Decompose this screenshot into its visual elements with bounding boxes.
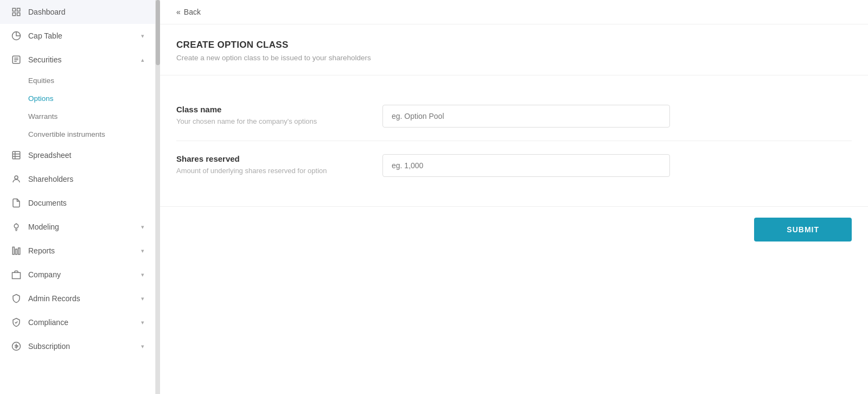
sidebar-item-cap-table[interactable]: Cap Table ▾ (0, 24, 155, 48)
sidebar-label-modeling: Modeling (28, 223, 59, 231)
shield-icon (11, 293, 22, 304)
svg-rect-10 (18, 248, 20, 255)
chevron-down-icon: ▾ (141, 343, 144, 350)
form-title: CREATE OPTION CLASS (176, 40, 852, 50)
scrollbar[interactable] (156, 0, 160, 394)
shares-reserved-row: Shares reserved Amount of underlying sha… (176, 141, 852, 190)
submit-button[interactable]: SUBMIT (754, 218, 852, 242)
svg-rect-5 (12, 151, 20, 159)
chevron-down-icon: ▾ (141, 319, 144, 326)
back-label: Back (184, 8, 201, 16)
class-name-label-group: Class name Your chosen name for the comp… (176, 105, 361, 125)
main-content: « Back CREATE OPTION CLASS Create a new … (160, 0, 868, 394)
bar-chart-icon (11, 245, 22, 256)
svg-rect-9 (16, 249, 17, 255)
sidebar-label-shareholders: Shareholders (28, 175, 73, 183)
sidebar-label-cap-table: Cap Table (28, 31, 62, 40)
sidebar-item-reports[interactable]: Reports ▾ (0, 239, 155, 263)
sidebar-label-dashboard: Dashboard (28, 8, 66, 16)
chevron-down-icon: ▾ (141, 224, 144, 231)
chevron-down-icon: ▾ (141, 271, 144, 278)
form-header: CREATE OPTION CLASS Create a new option … (160, 24, 868, 75)
sidebar-sub-item-options[interactable]: Options (0, 90, 155, 107)
sidebar-item-documents[interactable]: Documents (0, 191, 155, 215)
sidebar-label-securities: Securities (28, 55, 61, 64)
shares-reserved-hint: Amount of underlying shares reserved for… (176, 167, 361, 175)
chevron-down-icon: ▾ (141, 295, 144, 302)
shares-reserved-label-group: Shares reserved Amount of underlying sha… (176, 154, 361, 175)
sidebar-item-subscription[interactable]: Subscription ▾ (0, 334, 155, 358)
sidebar-label-spreadsheet: Spreadsheet (28, 151, 71, 160)
sidebar-sub-item-warrants[interactable]: Warrants (0, 107, 155, 125)
bulb-icon (11, 221, 22, 232)
form-container: CREATE OPTION CLASS Create a new option … (160, 24, 868, 394)
shares-reserved-input-group (382, 154, 852, 177)
svg-rect-11 (12, 272, 21, 278)
svg-rect-0 (12, 8, 15, 11)
user-icon (11, 174, 22, 185)
sidebar-item-shareholders[interactable]: Shareholders (0, 167, 155, 191)
sidebar-label-compliance: Compliance (28, 318, 68, 327)
check-shield-icon (11, 317, 22, 328)
sidebar-label-documents: Documents (28, 199, 67, 207)
svg-point-6 (15, 176, 18, 179)
sidebar-label-admin-records: Admin Records (28, 294, 80, 303)
sidebar: Dashboard Cap Table ▾ Securities ▴ Equit… (0, 0, 156, 394)
sidebar-label-subscription: Subscription (28, 342, 70, 351)
sidebar-item-dashboard[interactable]: Dashboard (0, 0, 155, 24)
sidebar-item-company[interactable]: Company ▾ (0, 263, 155, 287)
chevron-up-icon: ▴ (141, 56, 144, 63)
sidebar-item-admin-records[interactable]: Admin Records ▾ (0, 287, 155, 310)
shares-reserved-input[interactable] (382, 154, 670, 177)
class-name-hint: Your chosen name for the company's optio… (176, 117, 361, 125)
class-name-label: Class name (176, 105, 361, 114)
doc-icon (11, 198, 22, 208)
svg-rect-1 (17, 8, 20, 11)
sidebar-label-company: Company (28, 270, 61, 279)
svg-rect-2 (12, 13, 15, 16)
form-body: Class name Your chosen name for the comp… (160, 75, 868, 206)
table-icon (11, 150, 22, 161)
file-text-icon (11, 54, 22, 65)
svg-rect-8 (12, 247, 14, 255)
form-footer: SUBMIT (160, 206, 868, 252)
building-icon (11, 269, 22, 280)
sidebar-item-modeling[interactable]: Modeling ▾ (0, 215, 155, 239)
pie-icon (11, 30, 22, 41)
sidebar-sub-item-equities[interactable]: Equities (0, 72, 155, 90)
grid-icon (11, 7, 22, 17)
class-name-input-group (382, 105, 852, 128)
shares-reserved-label: Shares reserved (176, 154, 361, 163)
form-subtitle: Create a new option class to be issued t… (176, 54, 852, 62)
chevron-down-icon: ▾ (141, 33, 144, 40)
sidebar-item-securities[interactable]: Securities ▴ (0, 48, 155, 72)
class-name-input[interactable] (382, 105, 670, 128)
scrollbar-thumb[interactable] (156, 0, 160, 65)
back-arrow-icon: « (176, 8, 181, 16)
class-name-row: Class name Your chosen name for the comp… (176, 92, 852, 141)
svg-point-7 (14, 224, 18, 228)
sidebar-item-spreadsheet[interactable]: Spreadsheet (0, 143, 155, 167)
sidebar-label-reports: Reports (28, 246, 55, 255)
sidebar-item-compliance[interactable]: Compliance ▾ (0, 310, 155, 334)
svg-rect-3 (17, 13, 20, 16)
chevron-down-icon: ▾ (141, 247, 144, 255)
sidebar-sub-item-convertible[interactable]: Convertible instruments (0, 125, 155, 143)
dollar-icon (11, 341, 22, 352)
back-nav[interactable]: « Back (160, 0, 868, 24)
